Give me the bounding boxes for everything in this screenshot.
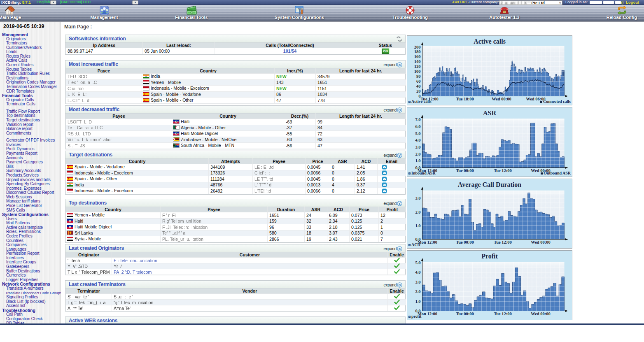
svg-text:ASR: ASR — [483, 109, 496, 116]
svg-text:Tue 00:00: Tue 00:00 — [456, 168, 474, 173]
svg-text:Tue 00:00: Tue 00:00 — [456, 312, 474, 316]
svg-text:Tue 12:00: Tue 12:00 — [494, 168, 512, 173]
svg-text:Average Call Duration: Average Call Duration — [458, 181, 521, 188]
svg-text:20: 20 — [416, 89, 421, 93]
svg-text:7.0: 7.0 — [415, 117, 420, 122]
svg-text:180: 180 — [414, 49, 421, 54]
svg-text:60: 60 — [416, 79, 421, 84]
svg-text:2.0: 2.0 — [415, 152, 420, 156]
svg-text:40: 40 — [416, 84, 421, 88]
svg-text:200: 200 — [414, 45, 421, 49]
svg-text:140: 140 — [414, 59, 421, 64]
svg-text:Active calls: Active calls — [474, 38, 506, 45]
svg-text:Wed 00:00: Wed 00:00 — [492, 97, 511, 101]
svg-text:3.0: 3.0 — [415, 196, 420, 200]
svg-text:100: 100 — [414, 69, 421, 74]
svg-text:6.0: 6.0 — [415, 124, 420, 129]
svg-text:Tue 12:00: Tue 12:00 — [494, 312, 512, 316]
svg-text:120: 120 — [414, 64, 421, 69]
svg-text:2.0: 2.0 — [415, 289, 420, 294]
svg-text:1.0: 1.0 — [415, 223, 420, 228]
svg-text:3.0: 3.0 — [415, 280, 420, 284]
svg-text:5.0: 5.0 — [415, 131, 420, 136]
svg-text:1.0: 1.0 — [415, 299, 420, 304]
svg-text:160: 160 — [414, 54, 421, 59]
svg-text:3.0: 3.0 — [415, 145, 420, 149]
svg-text:1.0: 1.0 — [415, 158, 420, 163]
svg-text:Wed 00:00: Wed 00:00 — [531, 240, 551, 244]
svg-text:4.0: 4.0 — [415, 270, 420, 275]
svg-text:4.0: 4.0 — [415, 138, 420, 142]
svg-text:5.0: 5.0 — [415, 261, 420, 265]
svg-text:Profit: Profit — [481, 253, 498, 260]
svg-text:2.0: 2.0 — [415, 210, 420, 214]
svg-text:Mon 12:00: Mon 12:00 — [418, 240, 437, 244]
svg-text:Tue 12:00: Tue 12:00 — [494, 240, 512, 244]
svg-text:Tue 18:00: Tue 18:00 — [456, 97, 474, 101]
svg-text:Tue 00:00: Tue 00:00 — [456, 240, 474, 244]
svg-text:80: 80 — [416, 74, 421, 79]
svg-text:Wed 00:00: Wed 00:00 — [531, 312, 551, 316]
